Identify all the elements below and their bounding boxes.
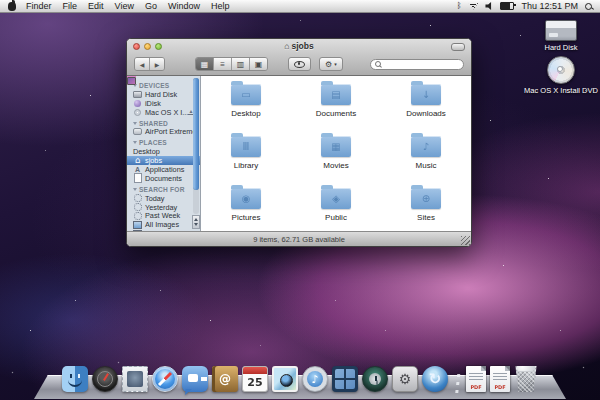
folder-documents[interactable]: ▤ Documents	[291, 81, 381, 118]
sidebar-item-sjobs[interactable]: sjobs	[127, 156, 200, 165]
folder-library[interactable]: Ⅲ Library	[201, 133, 291, 170]
view-mode-button[interactable]: ▦	[196, 58, 214, 70]
sidebar-item-label: AirPort Extreme	[145, 127, 197, 136]
folder-downloads[interactable]: ↓ Downloads	[381, 81, 471, 118]
sidebar-item-all-images[interactable]: All Images	[131, 220, 200, 229]
sidebar-item-devices[interactable]: DEVICES	[131, 81, 200, 90]
folder-icon: Ⅲ	[231, 136, 261, 157]
search-input[interactable]	[384, 60, 459, 68]
sidebar-item-idisk[interactable]: iDisk	[131, 99, 200, 108]
search-field[interactable]	[370, 59, 464, 70]
bluetooth-icon[interactable]: ᛒ	[457, 2, 462, 10]
sidebar-item-label: Past Week	[145, 211, 180, 220]
menu-edit[interactable]: Edit	[88, 1, 104, 11]
sidebar-item-label: Documents	[145, 174, 182, 183]
desktop-icon-hard-disk[interactable]: Hard Disk	[530, 20, 592, 52]
documents-stack[interactable]: PDF	[466, 366, 486, 392]
folder-icon: ▤	[321, 84, 351, 105]
sidebar-item-documents[interactable]: Documents	[131, 174, 200, 183]
ical[interactable]: 25	[242, 366, 268, 392]
sidebar-item-hard-disk[interactable]: Hard Disk	[131, 90, 200, 99]
sidebar-item-icon	[133, 203, 142, 212]
system-preferences[interactable]: ⚙	[392, 366, 418, 392]
quick-look-button[interactable]	[288, 57, 311, 71]
menu-view[interactable]: View	[115, 1, 134, 11]
folder-label: Desktop	[231, 109, 260, 118]
sidebar-item-icon	[133, 127, 142, 136]
scroll-down-arrow-icon[interactable]	[194, 223, 198, 226]
separator[interactable]	[452, 366, 462, 392]
menu-finder[interactable]: Finder	[26, 1, 52, 11]
apple-menu-icon[interactable]	[8, 2, 16, 11]
forward-button[interactable]: ▶	[150, 58, 164, 70]
time-machine[interactable]	[362, 366, 388, 392]
folder-label: Library	[234, 161, 258, 170]
sidebar-scrollbar-thumb[interactable]	[193, 78, 199, 190]
window-body: DEVICES Hard Disk iDisk Mac O	[127, 76, 471, 231]
menu-help[interactable]: Help	[211, 1, 230, 11]
sidebar-item-shared[interactable]: SHARED	[131, 119, 200, 128]
sidebar-scrollbar-track[interactable]	[193, 78, 199, 214]
view-mode-segmented-control: ▦≡▥▣	[195, 57, 268, 71]
folder-label: Sites	[417, 213, 435, 222]
spaces[interactable]	[332, 366, 358, 392]
toolbar-toggle-pill[interactable]	[451, 43, 465, 51]
menu-go[interactable]: Go	[145, 1, 157, 11]
folder-public[interactable]: ◈ Public	[291, 185, 381, 222]
status-bar: 9 items, 62.71 GB available	[127, 231, 471, 246]
eye-icon	[294, 61, 305, 68]
sidebar-item-mac-os-x-i[interactable]: Mac OS X I... ▲	[131, 108, 200, 117]
software-update[interactable]: ↻	[422, 366, 448, 392]
view-mode-button[interactable]: ▥	[232, 58, 250, 70]
desktop-icon-install-dvd[interactable]: Mac OS X Install DVD	[522, 56, 600, 95]
back-button[interactable]: ◀	[135, 58, 150, 70]
resize-grip[interactable]	[461, 236, 470, 245]
folder-sites[interactable]: ⊕ Sites	[381, 185, 471, 222]
dock-item-glyph: 25	[243, 367, 267, 391]
trash[interactable]	[514, 366, 538, 392]
sidebar-item-past-week[interactable]: Past Week	[131, 211, 200, 220]
sidebar-item-label: Mac OS X I...	[145, 108, 188, 117]
sidebar-item-search-for[interactable]: SEARCH FOR	[131, 185, 200, 194]
sidebar-item-label: SHARED	[139, 120, 168, 127]
sidebar-item-places[interactable]: PLACES	[131, 138, 200, 147]
scroll-up-arrow-icon[interactable]	[194, 218, 198, 221]
volume-icon[interactable]	[485, 2, 493, 10]
view-mode-button[interactable]: ▣	[250, 58, 267, 70]
finder[interactable]	[62, 366, 88, 392]
ichat[interactable]	[182, 366, 208, 392]
sidebar: DEVICES Hard Disk iDisk Mac O	[127, 76, 201, 231]
desktop-icon-label: Mac OS X Install DVD	[524, 86, 598, 95]
sidebar-item-yesterday[interactable]: Yesterday	[131, 203, 200, 212]
sidebar-item-desktop[interactable]: Desktop	[131, 147, 200, 156]
spotlight-icon[interactable]	[585, 3, 592, 10]
menu-file[interactable]: File	[63, 1, 78, 11]
folder-pictures[interactable]: ◉ Pictures	[201, 185, 291, 222]
folder-music[interactable]: ♪ Music	[381, 133, 471, 170]
address-book[interactable]: @	[212, 366, 238, 392]
dashboard[interactable]	[92, 366, 118, 392]
folder-movies[interactable]: ▦ Movies	[291, 133, 381, 170]
folder-label: Movies	[323, 161, 348, 170]
dock-item-glyph: ↻	[422, 366, 448, 392]
sidebar-item-icon	[133, 156, 142, 165]
dock-item-glyph: ♪	[303, 367, 327, 391]
itunes[interactable]: ♪	[302, 366, 328, 392]
iphoto[interactable]	[272, 366, 298, 392]
mail[interactable]	[122, 366, 148, 392]
action-menu-button[interactable]: ⚙ ▾	[319, 57, 343, 71]
menu-window[interactable]: Window	[168, 1, 200, 11]
folder-desktop[interactable]: ▭ Desktop	[201, 81, 291, 118]
home-icon: ⌂	[284, 41, 289, 51]
battery-icon[interactable]	[500, 2, 514, 10]
downloads-stack[interactable]: PDF	[490, 366, 510, 392]
title-bar[interactable]: ⌂sjobs	[127, 39, 471, 53]
safari[interactable]	[152, 366, 178, 392]
sidebar-item-label: sjobs	[145, 156, 162, 165]
sidebar-item-airport-extreme[interactable]: AirPort Extreme	[131, 127, 200, 136]
wifi-icon[interactable]	[468, 3, 478, 10]
view-mode-button[interactable]: ≡	[214, 58, 232, 70]
menu-bar-clock[interactable]: Thu 12:51 PM	[521, 1, 578, 11]
sidebar-item-label: Applications	[145, 165, 184, 174]
sidebar-item-today[interactable]: Today	[131, 194, 200, 203]
